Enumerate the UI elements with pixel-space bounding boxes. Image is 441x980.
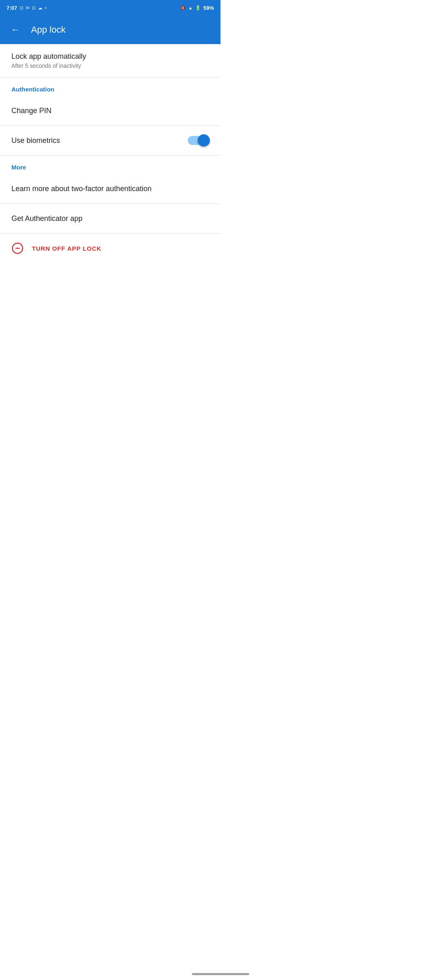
status-bar-right: 🔇 ▲ 🔋 59% [180,5,214,11]
change-pin-item[interactable]: Change PIN [0,96,220,125]
battery-level: 59% [203,5,214,11]
biometrics-toggle[interactable] [188,134,209,147]
use-biometrics-text: Use biometrics [11,136,60,145]
use-biometrics-item[interactable]: Use biometrics [0,126,220,155]
mute-icon: 🔇 [180,5,186,11]
back-icon: ← [11,24,20,35]
page-title: App lock [31,24,65,35]
lock-auto-label: Lock app automatically [11,52,86,61]
notification2-icon: ⊡ [32,5,36,11]
lock-auto-text: Lock app automatically After 5 seconds o… [11,52,86,69]
back-button[interactable]: ← [8,22,23,37]
settings-content: Lock app automatically After 5 seconds o… [0,44,220,263]
turn-off-label: TURN OFF APP LOCK [32,245,101,252]
battery-icon: 🔋 [195,5,201,11]
get-auth-app-text: Get Authenticator app [11,214,82,223]
learn-more-label: Learn more about two-factor authenticati… [11,185,151,193]
wifi-icon: ▲ [188,5,193,10]
email-icon: ✉ [26,5,29,11]
status-bar-left: 7:07 ⊡ ✉ ⊡ ☁ • [7,5,47,11]
get-auth-app-label: Get Authenticator app [11,214,82,223]
dot-icon: • [45,5,47,10]
use-biometrics-label: Use biometrics [11,136,60,145]
learn-more-item[interactable]: Learn more about two-factor authenticati… [0,174,220,203]
more-section-header: More [0,156,220,174]
status-bar: 7:07 ⊡ ✉ ⊡ ☁ • 🔇 ▲ 🔋 59% [0,0,220,16]
lock-auto-item[interactable]: Lock app automatically After 5 seconds o… [0,44,220,77]
turn-off-icon [11,242,24,254]
notification-icon: ⊡ [20,5,23,11]
toggle-thumb [198,134,210,147]
change-pin-label: Change PIN [11,107,51,115]
status-time: 7:07 [7,5,17,11]
change-pin-text: Change PIN [11,107,51,115]
learn-more-text: Learn more about two-factor authenticati… [11,185,151,193]
lock-auto-sublabel: After 5 seconds of inactivity [11,62,86,69]
get-auth-app-item[interactable]: Get Authenticator app [0,204,220,233]
turn-off-item[interactable]: TURN OFF APP LOCK [0,234,220,263]
auth-section-header: Authentication [0,78,220,96]
cloud-icon: ☁ [38,5,42,11]
app-bar: ← App lock [0,16,220,44]
